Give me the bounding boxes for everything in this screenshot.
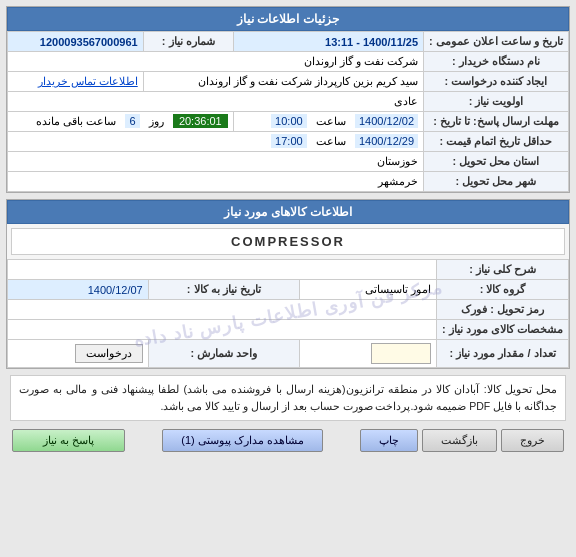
- city-value: خرمشهر: [8, 172, 424, 192]
- need-number-label: شماره نیاز :: [143, 32, 233, 52]
- goods-specs-label: مشخصات کالای مورد نیاز :: [437, 320, 569, 340]
- province-label: استان محل تحویل :: [424, 152, 569, 172]
- table-row: نام دستگاه خریدار : شرکت نفت و گاز اروند…: [8, 52, 569, 72]
- info-table: تاریخ و ساعت اعلان عمومی : 1400/11/25 - …: [7, 31, 569, 192]
- creator-label: ایجاد کننده درخواست :: [424, 72, 569, 92]
- deadline-label: مهلت ارسال پاسخ: تا تاریخ :: [424, 112, 569, 132]
- table-row: شرح کلی نیاز :: [8, 260, 569, 280]
- goods-title: اطلاعات کالاهای مورد نیاز: [224, 205, 352, 219]
- announce-date-label: تاریخ و ساعت اعلان عمومی :: [424, 32, 569, 52]
- delivery-code-label: رمز تحویل : فورک: [437, 300, 569, 320]
- remaining-days-value: 6: [125, 114, 139, 128]
- org-name-label: نام دستگاه خریدار :: [424, 52, 569, 72]
- table-row: اولویت نیاز : عادی: [8, 92, 569, 112]
- table-row: تاریخ و ساعت اعلان عمومی : 1400/11/25 - …: [8, 32, 569, 52]
- table-row: حداقل تاریخ اتمام قیمت : 1400/12/29 ساعت…: [8, 132, 569, 152]
- quantity-input[interactable]: [371, 343, 431, 364]
- bottom-center: مشاهده مدارک پیوستی (1): [162, 429, 323, 452]
- goods-section: اطلاعات کالاهای مورد نیاز COMPRESSOR شرح…: [6, 199, 570, 369]
- org-name-value: شرکت نفت و گاز اروندان: [8, 52, 424, 72]
- goods-table: شرح کلی نیاز : گروه کالا : امور تاسیساتی…: [7, 259, 569, 368]
- priority-label: اولویت نیاز :: [424, 92, 569, 112]
- goods-group-value: امور تاسیساتی: [299, 280, 436, 300]
- min-date-value: 1400/12/29 ساعت 17:00: [8, 132, 424, 152]
- contact-link[interactable]: اطلاعات تماس خریدار: [38, 75, 138, 87]
- view-docs-button[interactable]: مشاهده مدارک پیوستی (1): [162, 429, 323, 452]
- need-date-value: 1400/12/07: [8, 280, 149, 300]
- page-wrapper: جزئیات اطلاعات نیاز تاریخ و ساعت اعلان ع…: [0, 0, 576, 462]
- exit-button[interactable]: خروج: [501, 429, 564, 452]
- general-desc-value: [8, 260, 437, 280]
- creator-value: سید کریم بزین کارپرداز شرکت نفت و گاز ار…: [143, 72, 423, 92]
- remaining-time-cell: 20:36:01 روز 6 ساعت باقی مانده: [8, 112, 234, 132]
- table-row: مشخصات کالای مورد نیاز :: [8, 320, 569, 340]
- darkhast-button[interactable]: درخواست: [75, 344, 143, 363]
- goods-section-header: اطلاعات کالاهای مورد نیاز: [7, 200, 569, 224]
- need-date-label: تاریخ نیاز به کالا :: [148, 280, 299, 300]
- priority-value: عادی: [8, 92, 424, 112]
- table-row: استان محل تحویل : خوزستان: [8, 152, 569, 172]
- table-row: مهلت ارسال پاسخ: تا تاریخ : 1400/12/02 س…: [8, 112, 569, 132]
- notice-box: محل تحویل کالا: آبادان کالا در منطقه ترا…: [10, 375, 566, 421]
- print-button[interactable]: چاپ: [360, 429, 418, 452]
- unit-cell[interactable]: درخواست: [8, 340, 149, 368]
- quantity-label: تعداد / مقدار مورد نیاز :: [437, 340, 569, 368]
- details-section: جزئیات اطلاعات نیاز تاریخ و ساعت اعلان ع…: [6, 6, 570, 193]
- unit-label: واحد شمارش :: [148, 340, 299, 368]
- need-number-value: 1200093567000961: [8, 32, 144, 52]
- goods-specs-value: [8, 320, 437, 340]
- remaining-time-value: 20:36:01: [173, 114, 228, 128]
- goods-group-label: گروه کالا :: [437, 280, 569, 300]
- details-section-header: جزئیات اطلاعات نیاز: [7, 7, 569, 31]
- delivery-code-value: [8, 300, 437, 320]
- watermark-area: شرح کلی نیاز : گروه کالا : امور تاسیساتی…: [7, 259, 569, 368]
- table-row: تعداد / مقدار مورد نیاز : واحد شمارش : د…: [8, 340, 569, 368]
- deadline-value: 1400/12/02 ساعت 10:00: [233, 112, 423, 132]
- back-button[interactable]: بازگشت: [422, 429, 497, 452]
- general-desc-label: شرح کلی نیاز :: [437, 260, 569, 280]
- bottom-left: پاسخ به نیاز: [12, 429, 125, 452]
- table-row: ایجاد کننده درخواست : سید کریم بزین کارپ…: [8, 72, 569, 92]
- submit-button[interactable]: پاسخ به نیاز: [12, 429, 125, 452]
- table-row: گروه کالا : امور تاسیساتی تاریخ نیاز به …: [8, 280, 569, 300]
- compressor-label: COMPRESSOR: [11, 228, 565, 255]
- bottom-right-buttons: خروج بازگشت چاپ: [360, 429, 564, 452]
- contact-link-cell[interactable]: اطلاعات تماس خریدار: [8, 72, 144, 92]
- announce-date-value: 1400/11/25 - 13:11: [233, 32, 423, 52]
- min-date-label: حداقل تاریخ اتمام قیمت :: [424, 132, 569, 152]
- notice-text: محل تحویل کالا: آبادان کالا در منطقه ترا…: [19, 383, 557, 412]
- city-label: شهر محل تحویل :: [424, 172, 569, 192]
- province-value: خوزستان: [8, 152, 424, 172]
- bottom-bar: خروج بازگشت چاپ مشاهده مدارک پیوستی (1) …: [6, 425, 570, 456]
- quantity-cell: [299, 340, 436, 368]
- table-row: شهر محل تحویل : خرمشهر: [8, 172, 569, 192]
- table-row: رمز تحویل : فورک: [8, 300, 569, 320]
- details-title: جزئیات اطلاعات نیاز: [237, 12, 339, 26]
